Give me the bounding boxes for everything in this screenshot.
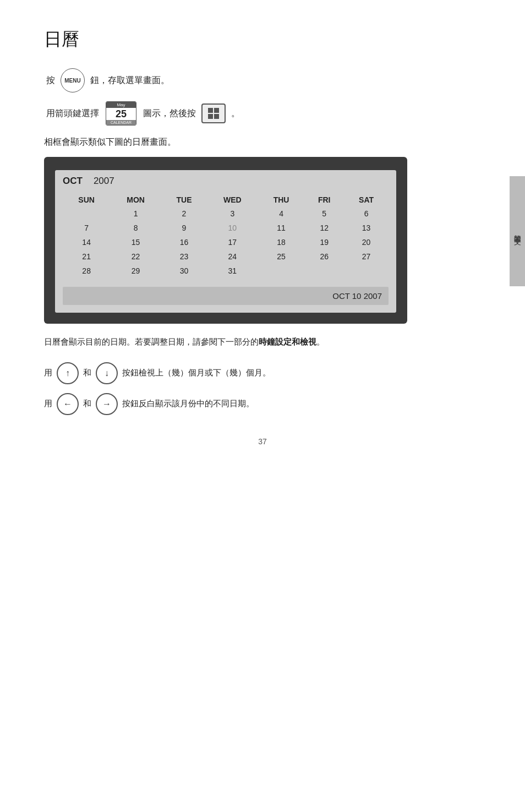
- bottom-desc-bold: 時鐘設定和檢視: [259, 337, 316, 346]
- table-row: 1 2 3 4 5 6: [63, 206, 389, 221]
- table-row: 21 22 23 24 25 26 27: [63, 249, 389, 264]
- arrow-row1-pre: 用: [44, 368, 52, 378]
- table-row: 28 29 30 31: [63, 264, 389, 278]
- media-btn-bottom-row: [208, 114, 219, 119]
- step1-pre: 按: [46, 75, 55, 86]
- bottom-description: 日曆會顯示目前的日期。若要調整日期，請參閱下一部分的時鐘設定和檢視。: [44, 335, 481, 349]
- cal-cell: 5: [304, 206, 344, 221]
- media-btn-top-row: [208, 108, 219, 113]
- cal-cell: 25: [258, 249, 305, 264]
- cal-cell: 23: [161, 249, 207, 264]
- cal-cell: 24: [207, 249, 258, 264]
- calendar-icon-label: CALENDAR: [106, 120, 136, 125]
- cal-cell: 2: [161, 206, 207, 221]
- col-wed: WED: [207, 193, 258, 206]
- cal-cell: 6: [344, 206, 389, 221]
- col-sun: SUN: [63, 193, 110, 206]
- cal-cell: 30: [161, 264, 207, 278]
- media-btn-cell: [214, 108, 219, 113]
- bottom-desc-text: 日曆會顯示目前的日期。若要調整日期，請參閱下一部分的: [44, 337, 259, 346]
- calendar-table: SUN MON TUE WED THU FRI SAT 1 2: [63, 193, 389, 278]
- right-arrow-button: →: [96, 393, 118, 415]
- cal-cell: 12: [304, 221, 344, 235]
- cal-cell: 19: [304, 235, 344, 249]
- calendar-header: OCT 2007: [63, 176, 389, 187]
- instruction-step2: 用箭頭鍵選擇 May 25 CALENDAR 圖示，然後按 。: [44, 101, 481, 126]
- page-number: 37: [44, 437, 481, 446]
- arrow-row1-mid: 和: [83, 368, 91, 378]
- col-thu: THU: [258, 193, 305, 206]
- media-btn-cell: [214, 114, 219, 119]
- cal-cell: 11: [258, 221, 305, 235]
- step1-mid: 鈕，存取選單畫面。: [90, 75, 169, 86]
- cal-cell: 3: [207, 206, 258, 221]
- table-row: 14 15 16 17 18 19 20: [63, 235, 389, 249]
- cal-cell: 18: [258, 235, 305, 249]
- desc-text: 相框會顯示類似下圖的日曆畫面。: [44, 137, 481, 148]
- cal-cell: 22: [110, 249, 161, 264]
- page-title: 日曆: [44, 28, 481, 52]
- cal-cell: 28: [63, 264, 110, 278]
- cal-cell: 20: [344, 235, 389, 249]
- calendar-footer: OCT 10 2007: [63, 287, 389, 305]
- cal-cell: 15: [110, 235, 161, 249]
- media-btn-cell: [208, 108, 213, 113]
- bottom-desc-end: 。: [316, 337, 325, 346]
- step2-end: 。: [231, 108, 240, 119]
- cal-cell: [344, 264, 389, 278]
- arrow-row1-post: 按鈕檢視上（幾）個月或下（幾）個月。: [122, 368, 271, 378]
- col-mon: MON: [110, 193, 161, 206]
- cal-cell: 21: [63, 249, 110, 264]
- col-sat: SAT: [344, 193, 389, 206]
- cal-cell: 4: [258, 206, 305, 221]
- arrow-row-2: 用 ← 和 → 按鈕反白顯示該月份中的不同日期。: [44, 393, 481, 415]
- menu-button-icon: MENU: [61, 68, 85, 92]
- cal-cell: [304, 264, 344, 278]
- cal-cell: 31: [207, 264, 258, 278]
- cal-cell: 27: [344, 249, 389, 264]
- left-arrow-button: ←: [57, 393, 79, 415]
- cal-cell: 26: [304, 249, 344, 264]
- calendar-header-row: SUN MON TUE WED THU FRI SAT: [63, 193, 389, 206]
- step2-mid: 圖示，然後按: [143, 108, 196, 119]
- calendar-icon: May 25 CALENDAR: [106, 101, 136, 126]
- calendar-icon-number: 25: [106, 108, 136, 120]
- arrow-row-1: 用 ↑ 和 ↓ 按鈕檢視上（幾）個月或下（幾）個月。: [44, 362, 481, 384]
- calendar-icon-month: May: [106, 102, 136, 108]
- col-fri: FRI: [304, 193, 344, 206]
- instruction-step1: 按 MENU 鈕，存取選單畫面。: [44, 68, 481, 92]
- cal-cell: 14: [63, 235, 110, 249]
- cal-cell: 29: [110, 264, 161, 278]
- calendar-inner: OCT 2007 SUN MON TUE WED THU FRI SAT: [55, 170, 396, 313]
- calendar-year: 2007: [94, 176, 114, 187]
- arrow-row2-pre: 用: [44, 399, 52, 409]
- media-btn-cell: [208, 114, 213, 119]
- cal-cell: 9: [161, 221, 207, 235]
- step2-pre: 用箭頭鍵選擇: [46, 108, 99, 119]
- cal-cell: 1: [110, 206, 161, 221]
- table-row: 7 8 9 10 11 12 13: [63, 221, 389, 235]
- col-tue: TUE: [161, 193, 207, 206]
- up-arrow-button: ↑: [57, 362, 79, 384]
- arrow-row2-post: 按鈕反白顯示該月份中的不同日期。: [122, 399, 254, 409]
- cal-cell: 8: [110, 221, 161, 235]
- media-btn-inner: [208, 108, 219, 119]
- cal-cell: 13: [344, 221, 389, 235]
- calendar-month: OCT: [63, 176, 83, 187]
- cal-cell: 16: [161, 235, 207, 249]
- cal-cell-dim: 10: [207, 221, 258, 235]
- cal-cell: [258, 264, 305, 278]
- side-tab: 繁體中文: [510, 176, 525, 286]
- cal-cell: [63, 206, 110, 221]
- arrow-row2-mid: 和: [83, 399, 91, 409]
- down-arrow-button: ↓: [96, 362, 118, 384]
- media-button-icon: [201, 103, 226, 123]
- cal-cell: 7: [63, 221, 110, 235]
- cal-cell: 17: [207, 235, 258, 249]
- calendar-screen-mockup: OCT 2007 SUN MON TUE WED THU FRI SAT: [44, 157, 407, 324]
